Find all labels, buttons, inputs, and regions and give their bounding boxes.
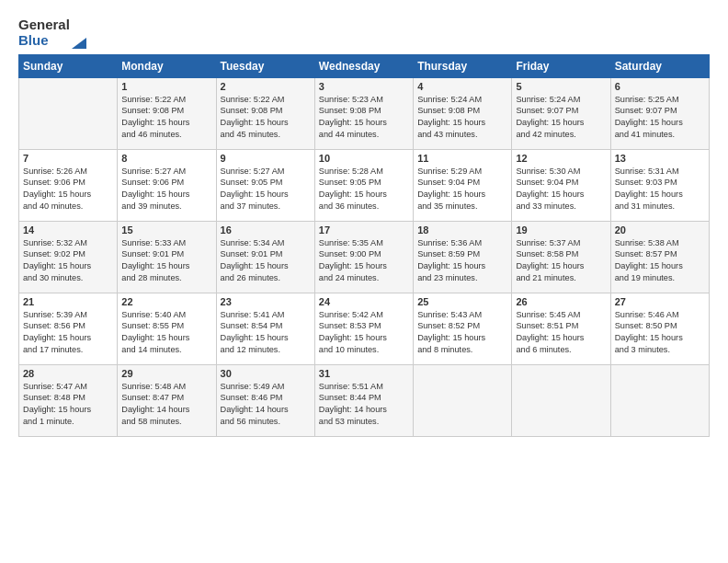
calendar-cell: 1Sunrise: 5:22 AM Sunset: 9:08 PM Daylig… xyxy=(118,77,216,149)
day-info: Sunrise: 5:26 AM Sunset: 9:06 PM Dayligh… xyxy=(23,166,113,213)
day-number: 19 xyxy=(516,224,606,236)
day-info: Sunrise: 5:22 AM Sunset: 9:08 PM Dayligh… xyxy=(121,94,211,142)
calendar-cell: 20Sunrise: 5:38 AM Sunset: 8:57 PM Dayli… xyxy=(610,221,709,293)
logo-general-text: General xyxy=(18,17,70,32)
day-number: 27 xyxy=(615,296,705,307)
day-number: 15 xyxy=(121,224,211,236)
calendar-cell: 3Sunrise: 5:23 AM Sunset: 9:08 PM Daylig… xyxy=(314,77,413,149)
calendar-cell: 29Sunrise: 5:48 AM Sunset: 8:47 PM Dayli… xyxy=(118,364,216,436)
day-number: 28 xyxy=(23,368,113,379)
day-number: 30 xyxy=(221,368,311,379)
day-number: 17 xyxy=(319,224,409,236)
calendar-cell: 30Sunrise: 5:49 AM Sunset: 8:46 PM Dayli… xyxy=(216,364,314,436)
day-number: 14 xyxy=(23,224,113,236)
day-number: 20 xyxy=(615,224,705,236)
logo-swoosh-icon xyxy=(72,30,86,49)
day-number: 13 xyxy=(615,153,705,164)
day-number: 2 xyxy=(221,81,311,92)
calendar-cell: 26Sunrise: 5:45 AM Sunset: 8:51 PM Dayli… xyxy=(512,293,610,364)
day-number: 18 xyxy=(417,224,507,236)
calendar-cell: 19Sunrise: 5:37 AM Sunset: 8:58 PM Dayli… xyxy=(512,221,610,293)
day-number: 4 xyxy=(417,81,507,92)
day-number: 31 xyxy=(319,368,409,379)
calendar-cell: 7Sunrise: 5:26 AM Sunset: 9:06 PM Daylig… xyxy=(19,149,118,221)
header-cell-sunday: Sunday xyxy=(19,54,118,77)
day-info: Sunrise: 5:48 AM Sunset: 8:47 PM Dayligh… xyxy=(121,381,211,429)
calendar-header-row: SundayMondayTuesdayWednesdayThursdayFrid… xyxy=(19,54,710,77)
day-number: 21 xyxy=(23,296,113,307)
calendar-cell: 23Sunrise: 5:41 AM Sunset: 8:54 PM Dayli… xyxy=(216,293,314,364)
day-info: Sunrise: 5:42 AM Sunset: 8:53 PM Dayligh… xyxy=(319,309,409,357)
week-row-3: 14Sunrise: 5:32 AM Sunset: 9:02 PM Dayli… xyxy=(19,221,710,293)
calendar-cell xyxy=(610,364,709,436)
day-info: Sunrise: 5:30 AM Sunset: 9:04 PM Dayligh… xyxy=(516,166,606,213)
calendar-cell xyxy=(414,364,512,436)
header-cell-friday: Friday xyxy=(512,54,610,77)
day-info: Sunrise: 5:27 AM Sunset: 9:05 PM Dayligh… xyxy=(221,166,311,213)
day-number: 23 xyxy=(221,296,311,307)
calendar-cell: 13Sunrise: 5:31 AM Sunset: 9:03 PM Dayli… xyxy=(610,149,709,221)
day-info: Sunrise: 5:38 AM Sunset: 8:57 PM Dayligh… xyxy=(615,237,705,285)
week-row-2: 7Sunrise: 5:26 AM Sunset: 9:06 PM Daylig… xyxy=(19,149,710,221)
day-number: 16 xyxy=(221,224,311,236)
day-info: Sunrise: 5:45 AM Sunset: 8:51 PM Dayligh… xyxy=(516,309,606,357)
header-cell-thursday: Thursday xyxy=(414,54,512,77)
svg-marker-0 xyxy=(72,38,86,49)
day-info: Sunrise: 5:24 AM Sunset: 9:08 PM Dayligh… xyxy=(417,94,507,142)
week-row-1: 1Sunrise: 5:22 AM Sunset: 9:08 PM Daylig… xyxy=(19,77,710,149)
day-info: Sunrise: 5:41 AM Sunset: 8:54 PM Dayligh… xyxy=(221,309,311,357)
day-number: 10 xyxy=(319,153,409,164)
day-info: Sunrise: 5:32 AM Sunset: 9:02 PM Dayligh… xyxy=(23,237,113,285)
day-info: Sunrise: 5:28 AM Sunset: 9:05 PM Dayligh… xyxy=(319,166,409,213)
day-info: Sunrise: 5:49 AM Sunset: 8:46 PM Dayligh… xyxy=(221,381,311,429)
day-number: 25 xyxy=(417,296,507,307)
day-info: Sunrise: 5:24 AM Sunset: 9:07 PM Dayligh… xyxy=(516,94,606,142)
calendar-cell: 31Sunrise: 5:51 AM Sunset: 8:44 PM Dayli… xyxy=(314,364,413,436)
day-info: Sunrise: 5:39 AM Sunset: 8:56 PM Dayligh… xyxy=(23,309,113,357)
calendar-cell: 2Sunrise: 5:22 AM Sunset: 9:08 PM Daylig… xyxy=(216,77,314,149)
day-number: 6 xyxy=(615,81,705,92)
day-number: 1 xyxy=(121,81,211,92)
calendar-cell: 11Sunrise: 5:29 AM Sunset: 9:04 PM Dayli… xyxy=(414,149,512,221)
calendar-cell xyxy=(19,77,118,149)
day-number: 26 xyxy=(516,296,606,307)
calendar-cell: 17Sunrise: 5:35 AM Sunset: 9:00 PM Dayli… xyxy=(314,221,413,293)
week-row-5: 28Sunrise: 5:47 AM Sunset: 8:48 PM Dayli… xyxy=(19,364,710,436)
day-number: 29 xyxy=(121,368,211,379)
calendar-cell: 10Sunrise: 5:28 AM Sunset: 9:05 PM Dayli… xyxy=(314,149,413,221)
calendar-body: 1Sunrise: 5:22 AM Sunset: 9:08 PM Daylig… xyxy=(19,77,710,436)
calendar-table: SundayMondayTuesdayWednesdayThursdayFrid… xyxy=(18,54,710,437)
day-number: 9 xyxy=(221,153,311,164)
header-cell-wednesday: Wednesday xyxy=(314,54,413,77)
day-info: Sunrise: 5:46 AM Sunset: 8:50 PM Dayligh… xyxy=(615,309,705,357)
calendar-cell: 21Sunrise: 5:39 AM Sunset: 8:56 PM Dayli… xyxy=(19,293,118,364)
day-info: Sunrise: 5:25 AM Sunset: 9:07 PM Dayligh… xyxy=(615,94,705,142)
logo: GeneralBlue xyxy=(18,17,86,49)
day-info: Sunrise: 5:33 AM Sunset: 9:01 PM Dayligh… xyxy=(121,237,211,285)
day-number: 3 xyxy=(319,81,409,92)
calendar-cell: 28Sunrise: 5:47 AM Sunset: 8:48 PM Dayli… xyxy=(19,364,118,436)
day-info: Sunrise: 5:29 AM Sunset: 9:04 PM Dayligh… xyxy=(417,166,507,213)
calendar-cell: 27Sunrise: 5:46 AM Sunset: 8:50 PM Dayli… xyxy=(610,293,709,364)
day-info: Sunrise: 5:27 AM Sunset: 9:06 PM Dayligh… xyxy=(121,166,211,213)
calendar-cell: 25Sunrise: 5:43 AM Sunset: 8:52 PM Dayli… xyxy=(414,293,512,364)
day-info: Sunrise: 5:43 AM Sunset: 8:52 PM Dayligh… xyxy=(417,309,507,357)
calendar-cell xyxy=(512,364,610,436)
calendar-cell: 22Sunrise: 5:40 AM Sunset: 8:55 PM Dayli… xyxy=(118,293,216,364)
day-info: Sunrise: 5:47 AM Sunset: 8:48 PM Dayligh… xyxy=(23,381,113,429)
calendar-cell: 8Sunrise: 5:27 AM Sunset: 9:06 PM Daylig… xyxy=(118,149,216,221)
day-info: Sunrise: 5:31 AM Sunset: 9:03 PM Dayligh… xyxy=(615,166,705,213)
calendar-cell: 24Sunrise: 5:42 AM Sunset: 8:53 PM Dayli… xyxy=(314,293,413,364)
calendar-cell: 12Sunrise: 5:30 AM Sunset: 9:04 PM Dayli… xyxy=(512,149,610,221)
day-info: Sunrise: 5:37 AM Sunset: 8:58 PM Dayligh… xyxy=(516,237,606,285)
calendar-cell: 6Sunrise: 5:25 AM Sunset: 9:07 PM Daylig… xyxy=(610,77,709,149)
header-cell-monday: Monday xyxy=(118,54,216,77)
day-info: Sunrise: 5:51 AM Sunset: 8:44 PM Dayligh… xyxy=(319,381,409,429)
calendar-cell: 14Sunrise: 5:32 AM Sunset: 9:02 PM Dayli… xyxy=(19,221,118,293)
day-info: Sunrise: 5:34 AM Sunset: 9:01 PM Dayligh… xyxy=(221,237,311,285)
day-number: 5 xyxy=(516,81,606,92)
main-container: GeneralBlue SundayMondayTuesdayWednesday… xyxy=(0,0,728,446)
day-number: 7 xyxy=(23,153,113,164)
day-info: Sunrise: 5:35 AM Sunset: 9:00 PM Dayligh… xyxy=(319,237,409,285)
week-row-4: 21Sunrise: 5:39 AM Sunset: 8:56 PM Dayli… xyxy=(19,293,710,364)
